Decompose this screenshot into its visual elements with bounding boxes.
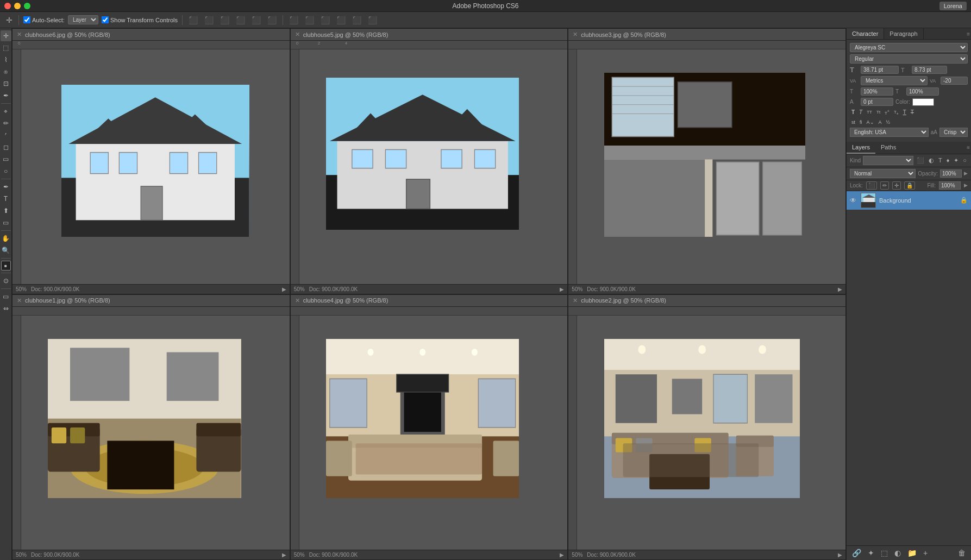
small-caps-btn[interactable]: Tt [875, 108, 882, 117]
canvas-content-2[interactable] [299, 49, 568, 284]
frac-btn[interactable]: ½ [885, 118, 892, 126]
crop-tool[interactable]: ⊡ [1, 78, 11, 89]
auto-select-checkbox[interactable] [23, 16, 30, 23]
magic-wand-tool[interactable]: ⍟ [1, 66, 11, 77]
window-controls[interactable] [4, 3, 30, 9]
dodge-tool[interactable]: ○ [1, 166, 11, 177]
eraser-tool[interactable]: ◻ [1, 142, 11, 153]
link-layers-btn[interactable]: 🔗 [850, 548, 863, 558]
aa-mode-select[interactable]: Crisp [939, 128, 968, 137]
eyedropper-tool[interactable]: ✒ [1, 90, 11, 101]
maximize-button[interactable] [24, 3, 30, 9]
filter-toggle-btn[interactable]: ○ [962, 156, 968, 164]
shape-tool[interactable]: ▭ [1, 217, 11, 228]
new-fill-btn[interactable]: ◐ [892, 548, 903, 558]
super-btn[interactable]: T+ [883, 108, 891, 117]
lasso-tool[interactable]: ⌇ [1, 54, 11, 65]
expand-btn-2[interactable]: ▶ [560, 286, 564, 292]
screen-mode-btn[interactable]: ▭ [1, 291, 11, 302]
user-profile[interactable]: Lorena [939, 2, 967, 10]
foreground-color[interactable]: ■ [1, 261, 11, 270]
distribute-top-icon[interactable]: ⬛ [335, 15, 347, 26]
extra-tools-btn[interactable]: ⇔ [1, 303, 11, 314]
move-tool-icon[interactable]: ✛ [4, 15, 14, 26]
font-style-select[interactable]: Regular [850, 54, 968, 64]
kind-filter-select[interactable] [863, 156, 913, 165]
scale-h-input[interactable] [861, 87, 893, 96]
close-tab-4[interactable]: ✕ [17, 297, 22, 304]
close-tab-6[interactable]: ✕ [573, 297, 578, 304]
opacity-input[interactable] [940, 169, 962, 178]
sub-btn[interactable]: T+ [892, 108, 900, 117]
add-style-btn[interactable]: ✦ [866, 548, 876, 558]
character-tab[interactable]: Character [847, 28, 884, 39]
pixel-filter-btn[interactable]: ⬛ [916, 156, 925, 165]
align-left-icon[interactable]: ⬛ [187, 15, 199, 26]
clone-stamp-tool[interactable]: ⎖ [1, 130, 11, 141]
move-tool[interactable]: ✛ [1, 30, 11, 41]
align-right-icon[interactable]: ⬛ [218, 15, 231, 26]
close-tab-2[interactable]: ✕ [295, 31, 300, 38]
canvas-content-4[interactable] [21, 316, 290, 550]
pen-tool[interactable]: ✒ [1, 181, 11, 192]
visibility-icon[interactable]: 👁 [850, 197, 857, 204]
new-group-btn[interactable]: 📁 [905, 548, 919, 558]
color-swatch[interactable] [912, 98, 934, 106]
adjust-filter-btn[interactable]: ◐ [928, 156, 935, 165]
canvas-content-5[interactable] [299, 316, 568, 550]
blend-mode-select[interactable]: Normal [850, 169, 916, 178]
quick-mask-btn[interactable]: ⊙ [1, 275, 11, 286]
bold-btn[interactable]: T [850, 108, 856, 117]
show-transform-checkbox[interactable] [102, 16, 109, 23]
canvas-content-1[interactable] [21, 49, 290, 284]
fill-input[interactable] [939, 181, 961, 190]
align-bottom-icon[interactable]: ⬛ [266, 15, 278, 26]
spot-heal-tool[interactable]: ⌖ [1, 106, 11, 117]
align-center-icon[interactable]: ⬛ [203, 15, 215, 26]
language-select[interactable]: English: USA [850, 128, 929, 137]
zoom-tool[interactable]: 🔍 [1, 245, 11, 256]
hand-tool[interactable]: ✋ [1, 233, 11, 244]
font-family-select[interactable]: Alegreya SC [850, 43, 968, 52]
close-tab-1[interactable]: ✕ [17, 31, 22, 38]
font-size-input[interactable] [861, 66, 899, 74]
distribute-right-icon[interactable]: ⬛ [319, 15, 331, 26]
distribute-center-icon[interactable]: ⬛ [303, 15, 316, 26]
aa-sharp-btn[interactable]: A⌄ [865, 118, 876, 126]
rect-select-tool[interactable]: ⬚ [1, 42, 11, 53]
distribute-bottom-icon[interactable]: ⬛ [366, 15, 379, 26]
distribute-left-icon[interactable]: ⬛ [287, 15, 300, 26]
expand-btn-6[interactable]: ▶ [838, 552, 842, 558]
expand-btn-4[interactable]: ▶ [282, 552, 286, 558]
lock-transparent-btn[interactable]: ⬛ [866, 181, 877, 190]
underline-btn[interactable]: T [901, 108, 908, 117]
lock-all-btn[interactable]: 🔒 [904, 181, 915, 190]
scale-v-input[interactable] [906, 87, 939, 96]
strikethrough-btn[interactable]: T [909, 108, 916, 117]
caps-btn[interactable]: TT [865, 108, 874, 117]
expand-btn-3[interactable]: ▶ [838, 286, 842, 292]
layers-tab[interactable]: Layers [847, 142, 875, 154]
text-tool[interactable]: T [1, 193, 11, 204]
minimize-button[interactable] [14, 3, 21, 9]
italic-btn[interactable]: T [857, 108, 864, 117]
aa-btn[interactable]: A [877, 118, 884, 126]
layers-panel-collapse-btn[interactable]: ≡ [966, 142, 971, 154]
canvas-content-6[interactable] [577, 316, 845, 550]
shape-filter-btn[interactable]: ♦ [945, 156, 951, 164]
layer-select[interactable]: Layer [68, 15, 98, 24]
close-button[interactable] [4, 3, 11, 9]
ligature-btn[interactable]: st [850, 118, 857, 126]
lock-image-btn[interactable]: ✏ [880, 181, 889, 190]
close-tab-3[interactable]: ✕ [573, 31, 578, 38]
tracking-value-input[interactable] [941, 77, 968, 85]
panel-collapse-btn[interactable]: ≡ [966, 28, 971, 39]
baseline-input[interactable] [861, 98, 893, 106]
tracking-type-select[interactable]: Metrics [861, 76, 928, 85]
close-tab-5[interactable]: ✕ [295, 297, 300, 304]
add-mask-btn[interactable]: ⬚ [879, 548, 890, 558]
align-top-icon[interactable]: ⬛ [234, 15, 247, 26]
new-layer-btn[interactable]: + [921, 548, 930, 558]
expand-btn-1[interactable]: ▶ [282, 286, 286, 292]
expand-btn-5[interactable]: ▶ [560, 552, 564, 558]
